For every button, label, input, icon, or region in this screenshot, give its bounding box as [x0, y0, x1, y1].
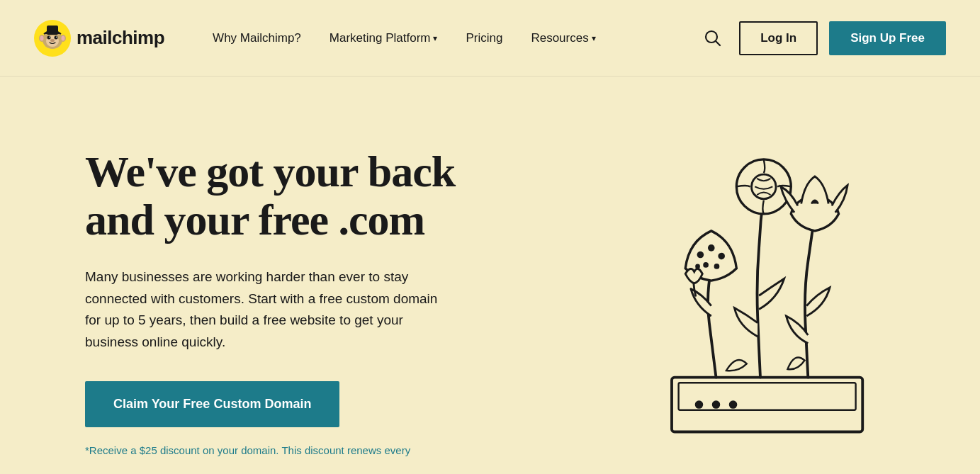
- svg-point-6: [56, 36, 57, 38]
- hero-title: We've got your back and your free .com: [85, 147, 496, 244]
- hero-illustration: [583, 105, 937, 459]
- svg-point-21: [718, 253, 725, 260]
- brand-name: mailchimp: [77, 27, 164, 49]
- hero-description: Many businesses are working harder than …: [85, 266, 446, 353]
- nav-right: Log In Sign Up Free: [698, 21, 946, 55]
- nav-marketing-platform[interactable]: Marketing Platform ▾: [315, 26, 452, 51]
- svg-point-4: [55, 35, 58, 39]
- nav-resources[interactable]: Resources ▾: [517, 26, 609, 51]
- navbar: mailchimp Why Mailchimp? Marketing Platf…: [0, 0, 980, 77]
- svg-point-5: [49, 36, 50, 38]
- svg-point-20: [708, 244, 715, 252]
- hero-content: We've got your back and your free .com M…: [85, 119, 496, 456]
- flower-illustration-svg: [583, 105, 937, 459]
- svg-point-19: [697, 252, 704, 259]
- svg-point-22: [703, 262, 709, 268]
- logo-icon: [34, 20, 71, 57]
- svg-point-17: [729, 400, 738, 409]
- chevron-down-icon: ▾: [592, 33, 596, 43]
- nav-links: Why Mailchimp? Marketing Platform ▾ Pric…: [198, 26, 698, 51]
- hero-section: We've got your back and your free .com M…: [0, 77, 980, 474]
- svg-point-3: [47, 35, 51, 39]
- svg-point-10: [40, 35, 44, 40]
- signup-button[interactable]: Sign Up Free: [829, 21, 946, 55]
- svg-rect-12: [47, 26, 58, 35]
- login-button[interactable]: Log In: [739, 21, 818, 55]
- svg-point-23: [714, 264, 720, 269]
- hero-disclaimer: *Receive a $25 discount on your domain. …: [85, 444, 496, 456]
- search-icon: [704, 29, 722, 47]
- nav-why-mailchimp[interactable]: Why Mailchimp?: [198, 26, 315, 51]
- svg-point-11: [62, 35, 65, 40]
- logo-link[interactable]: mailchimp: [34, 20, 164, 57]
- nav-pricing[interactable]: Pricing: [451, 26, 517, 51]
- svg-point-15: [695, 400, 704, 409]
- chevron-down-icon: ▾: [433, 33, 437, 43]
- svg-point-7: [50, 39, 55, 42]
- search-button[interactable]: [698, 23, 728, 53]
- cta-button[interactable]: Claim Your Free Custom Domain: [85, 381, 339, 427]
- svg-point-16: [712, 400, 721, 409]
